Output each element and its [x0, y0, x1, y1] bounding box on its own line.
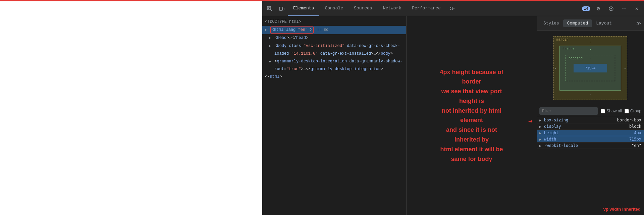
show-all-label: Show all [606, 109, 622, 113]
node-doctype[interactable]: <!DOCTYPE html> [262, 18, 406, 26]
filter-input[interactable] [542, 109, 595, 113]
triangle-icon: ▶ [269, 44, 271, 48]
properties-list: ▶ box-sizing border-box ▶ display block … [537, 117, 644, 215]
node-html-close[interactable]: </html> [262, 73, 406, 81]
tab-sources[interactable]: Sources [348, 1, 378, 16]
node-grammarly-cont[interactable]: root="true">…</grammarly-desktop-integra… [262, 65, 406, 73]
group-group: Group [625, 109, 641, 113]
group-checkbox[interactable] [625, 109, 629, 113]
close-devtools-icon[interactable]: ✕ [631, 3, 643, 15]
inspect-icon[interactable] [264, 3, 276, 15]
svg-point-7 [610, 8, 612, 9]
margin-bottom-value: - [590, 93, 591, 96]
arrow-right-icon: ➜ [528, 117, 533, 126]
expand-icon: ▶ [539, 144, 543, 148]
expand-icon: ▶ [539, 131, 543, 135]
triangle-icon: ▶ [269, 60, 271, 63]
badge-count: 14 [582, 6, 590, 11]
svg-rect-0 [267, 6, 271, 10]
prop-width[interactable]: ▶ width 715px [537, 136, 644, 143]
prop-name-height: height [544, 130, 634, 135]
annotation-text: 4px height because of border we see that… [439, 67, 504, 164]
tab-performance[interactable]: Performance [407, 1, 446, 16]
tab-console[interactable]: Console [319, 1, 348, 16]
margin-top-value: - [590, 40, 591, 44]
border-top-value: - [590, 47, 591, 51]
node-html[interactable]: ▶ <html lang="en" > == $0 [262, 26, 406, 34]
prop-value-webkit-locale: "en" [632, 143, 641, 148]
prop-value-box-sizing: border-box [617, 118, 641, 122]
content-dimensions: 715×4 [585, 66, 596, 70]
tab-styles[interactable]: Styles [539, 19, 563, 27]
prop-box-sizing[interactable]: ▶ box-sizing border-box [537, 117, 644, 123]
tab-network[interactable]: Network [378, 1, 407, 16]
node-head[interactable]: ▶ <head>…</head> [262, 34, 406, 42]
expand-icon: ▶ [539, 125, 543, 128]
node-body[interactable]: ▶ <body class="vsc-initialized" data-new… [262, 42, 406, 50]
devtools-body: <!DOCTYPE html> ▶ <html lang="en" > == $… [262, 16, 644, 215]
node-grammarly[interactable]: ▶ <grammarly-desktop-integration data-gr… [262, 58, 406, 65]
prop-value-width: 715px [629, 137, 641, 142]
elements-panel: <!DOCTYPE html> ▶ <html lang="en" > == $… [262, 16, 407, 215]
filter-input-wrapper[interactable] [539, 107, 598, 115]
browser-viewport [0, 1, 262, 215]
prop-height[interactable]: ▶ height 4px [537, 130, 644, 136]
devtools-right-icons: 14 ⚙ ⋯ ✕ [582, 3, 643, 15]
margin-left-value: - [555, 66, 556, 70]
box-model-container: margin - - - - border - [537, 31, 644, 105]
chevron-more-icon[interactable]: ≫ [636, 20, 641, 26]
expand-icon: ▶ [539, 118, 543, 122]
annotation-area: 4px height because of border we see that… [407, 16, 537, 215]
prop-value-height: 4px [634, 130, 641, 135]
devtools-panel: Elements Console Sources Network Perform… [262, 1, 644, 215]
filter-area: Show all Group [537, 105, 644, 117]
node-body-cont[interactable]: loaded="14.1101.0" data-gr-ext-installed… [262, 50, 406, 58]
margin-right-value: - [625, 66, 626, 70]
tab-computed[interactable]: Computed [563, 19, 592, 27]
more-tabs-icon[interactable]: ≫ [446, 3, 458, 15]
show-all-group: Show all [601, 109, 622, 113]
devtools-tab-bar: Elements Console Sources Network Perform… [262, 1, 644, 16]
show-all-checkbox[interactable] [601, 109, 605, 113]
expand-icon: ▶ [539, 138, 543, 141]
device-toggle-icon[interactable] [276, 3, 288, 15]
prop-name-width: width [544, 137, 629, 142]
tab-layout[interactable]: Layout [592, 19, 616, 27]
prop-value-display: block [629, 124, 641, 129]
triangle-icon: ▶ [265, 28, 267, 32]
svg-line-3 [270, 9, 272, 11]
computed-panel: Styles Computed Layout ≫ margin - - - [537, 16, 644, 215]
more-options-icon[interactable]: ⋯ [618, 3, 630, 15]
tab-elements[interactable]: Elements [288, 1, 319, 16]
margin-label: margin [556, 38, 569, 42]
border-label: border [562, 47, 575, 51]
prop-name-display: display [544, 124, 629, 129]
prop-display[interactable]: ▶ display block [537, 123, 644, 130]
padding-top-value: - [590, 57, 591, 60]
box-model: margin - - - - border - [553, 36, 627, 100]
box-content: 715×4 [574, 64, 607, 72]
svg-rect-5 [283, 8, 284, 10]
extensions-icon[interactable] [605, 3, 617, 15]
svg-rect-4 [279, 7, 282, 10]
group-label: Group [630, 109, 641, 113]
settings-icon[interactable]: ⚙ [592, 3, 604, 15]
prop-name-webkit-locale: -webkit-locale [544, 143, 632, 148]
padding-label: padding [569, 57, 583, 60]
computed-tabs: Styles Computed Layout ≫ [537, 16, 644, 31]
prop-name-box-sizing: box-sizing [544, 118, 617, 122]
triangle-icon: ▶ [269, 36, 271, 40]
prop-webkit-locale[interactable]: ▶ -webkit-locale "en" [537, 143, 644, 149]
vp-annotation: vp width inherited [603, 207, 641, 212]
main-content: Elements Console Sources Network Perform… [0, 1, 644, 215]
